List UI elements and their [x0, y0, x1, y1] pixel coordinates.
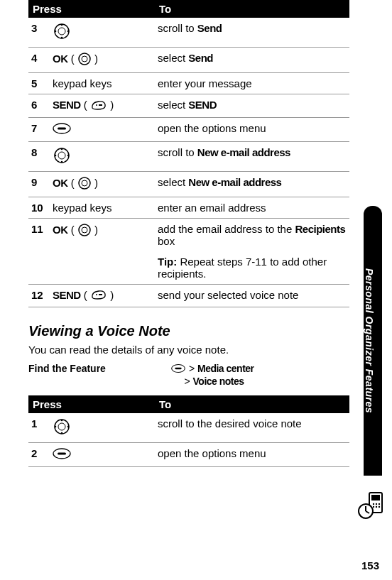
- press-cell: [50, 18, 155, 48]
- svg-point-1: [58, 28, 65, 35]
- menu-key-icon: [53, 447, 71, 462]
- table-row: 3 scroll to Send: [28, 18, 349, 48]
- svg-point-41: [379, 506, 380, 508]
- svg-point-36: [373, 503, 374, 505]
- to-bold: Send: [197, 22, 222, 34]
- svg-rect-33: [58, 452, 66, 454]
- ok-key-icon: [77, 223, 92, 239]
- to-cell: enter an email address: [155, 197, 349, 218]
- svg-point-30: [55, 426, 57, 428]
- svg-point-21: [82, 227, 87, 233]
- table-row: 12 SEND ( ) send your selected voice not…: [28, 284, 349, 307]
- svg-point-4: [55, 31, 57, 33]
- col-press: Press: [28, 395, 155, 413]
- col-to: To: [155, 395, 349, 413]
- to-cell: select Send: [155, 48, 349, 73]
- to-cell: send your selected voice note: [155, 284, 349, 307]
- table-row: 2 open the options menu: [28, 442, 349, 466]
- svg-rect-11: [58, 127, 66, 129]
- find-feature-path: > Media center > Voice notes: [170, 363, 349, 387]
- svg-rect-9: [99, 104, 102, 106]
- to-bold: SEND: [188, 99, 217, 111]
- to-cell: enter your message: [155, 73, 349, 94]
- svg-point-8: [96, 104, 97, 106]
- sep: >: [184, 376, 190, 387]
- to-cell: scroll to the desired voice note: [155, 413, 349, 443]
- to-text: scroll to: [158, 146, 197, 158]
- svg-point-7: [82, 56, 87, 62]
- step-number: 3: [28, 18, 50, 48]
- svg-point-22: [96, 294, 97, 295]
- to-text: scroll to: [158, 22, 197, 34]
- svg-point-40: [376, 506, 377, 508]
- steps-table-2: Press To 1 scroll to the desired voice n…: [28, 395, 349, 467]
- press-cell: SEND ( ): [50, 94, 155, 118]
- to-bold: Recipients: [295, 223, 345, 235]
- menu-key-icon: [53, 122, 71, 137]
- to-cell: scroll to Send: [155, 18, 349, 48]
- svg-point-14: [61, 148, 63, 150]
- tip-label: Tip:: [158, 256, 177, 268]
- to-cell: select SEND: [155, 94, 349, 118]
- to-text: select: [158, 176, 188, 188]
- press-key-label: SEND: [53, 289, 81, 301]
- table-row: 9 OK ( ) select New e-mail address: [28, 171, 349, 197]
- table-row: 4 OK ( ) select Send: [28, 48, 349, 73]
- path-item: Voice notes: [193, 376, 244, 387]
- step-number: 2: [28, 442, 50, 466]
- svg-point-5: [67, 31, 70, 33]
- side-tab-label: Personal Organizer Features: [364, 206, 375, 461]
- table-row: 10 keypad keys enter an email address: [28, 197, 349, 218]
- press-cell: SEND ( ): [50, 284, 155, 307]
- svg-point-19: [82, 180, 87, 186]
- press-cell: OK ( ): [50, 171, 155, 197]
- press-cell: OK ( ): [50, 218, 155, 251]
- section-heading: Viewing a Voice Note: [28, 323, 349, 339]
- find-feature-block: Find the Feature > Media center > Voice …: [28, 363, 349, 387]
- col-to: To: [155, 0, 349, 18]
- step-number: 7: [28, 117, 50, 141]
- to-cell: add the email address to the Recipients …: [155, 218, 349, 251]
- to-cell: open the options menu: [155, 442, 349, 466]
- find-feature-label: Find the Feature: [28, 363, 170, 387]
- press-key-label: OK: [53, 224, 68, 236]
- step-number: 8: [28, 141, 50, 171]
- sep: >: [189, 363, 195, 374]
- softkey-icon: [90, 289, 107, 302]
- step-number: 6: [28, 94, 50, 118]
- svg-point-26: [55, 420, 69, 434]
- nav-key-icon: [53, 146, 71, 167]
- press-cell: [50, 442, 155, 466]
- step-number: 11: [28, 218, 50, 251]
- to-bold: New e-mail address: [197, 146, 290, 158]
- table-row: 8 scroll to New e-mail address: [28, 141, 349, 171]
- svg-point-37: [376, 503, 377, 505]
- svg-point-15: [61, 160, 63, 163]
- svg-point-13: [58, 152, 65, 159]
- table-row: 7 open the options menu: [28, 117, 349, 141]
- page-number: 153: [361, 559, 379, 571]
- svg-point-17: [67, 154, 70, 156]
- svg-point-2: [61, 24, 63, 26]
- section-intro: You can read the details of any voice no…: [28, 344, 349, 356]
- press-key-label: SEND: [53, 99, 81, 111]
- ok-key-icon: [77, 52, 92, 68]
- svg-point-39: [373, 506, 374, 508]
- to-cell: scroll to New e-mail address: [155, 141, 349, 171]
- svg-rect-25: [175, 368, 181, 369]
- press-cell: OK ( ): [50, 48, 155, 73]
- to-bold: New e-mail address: [188, 176, 281, 188]
- to-cell: open the options menu: [155, 117, 349, 141]
- press-cell: keypad keys: [50, 197, 155, 218]
- side-thumb-tab: Personal Organizer Features: [364, 206, 382, 476]
- to-text: select: [158, 52, 188, 64]
- svg-point-20: [79, 224, 90, 236]
- step-number: 9: [28, 171, 50, 197]
- svg-rect-23: [99, 294, 102, 295]
- press-cell: [50, 413, 155, 443]
- table-row-tip: Tip: Repeat steps 7-11 to add other reci…: [28, 251, 349, 285]
- softkey-icon: [90, 99, 107, 113]
- tip-text: Repeat steps 7-11 to add other recipient…: [158, 256, 327, 280]
- press-cell: [50, 117, 155, 141]
- to-text: add the email address to the: [158, 223, 295, 235]
